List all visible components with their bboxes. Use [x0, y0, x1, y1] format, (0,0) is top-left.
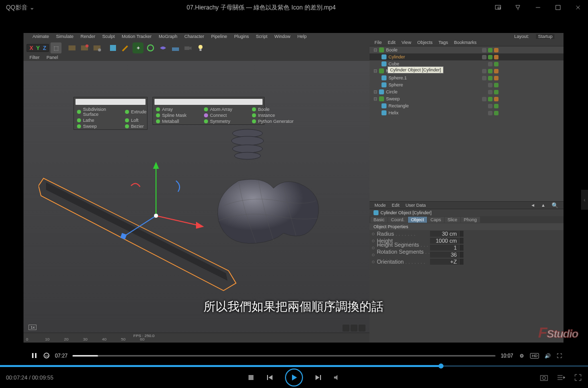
minimize-icon[interactable]: [528, 0, 548, 15]
play-button[interactable]: [285, 369, 303, 387]
close-icon[interactable]: [568, 0, 588, 15]
prev-icon[interactable]: [266, 374, 274, 382]
render-icon[interactable]: [66, 42, 78, 53]
z-axis-icon[interactable]: Z: [42, 45, 48, 51]
generator-item[interactable]: Instance: [249, 112, 297, 118]
om-tab[interactable]: Tags: [438, 40, 448, 45]
attr-value[interactable]: +Z: [430, 259, 459, 265]
stop-icon[interactable]: [247, 374, 255, 382]
popup-handle[interactable]: [154, 99, 262, 105]
spinner[interactable]: [460, 259, 464, 265]
playlist-icon[interactable]: [557, 374, 565, 382]
attr-tab[interactable]: Caps: [428, 217, 444, 223]
generator-item[interactable]: Metaball: [153, 118, 201, 124]
pip-icon[interactable]: [488, 0, 508, 15]
xyz-toggle[interactable]: X Y Z: [26, 44, 49, 52]
mute-icon[interactable]: [333, 374, 341, 382]
hierarchy-item[interactable]: Rectangle: [370, 102, 564, 109]
generator-item[interactable]: Sweep: [74, 123, 122, 129]
hierarchy-item[interactable]: Sphere.1: [370, 74, 564, 81]
tool-icon[interactable]: ⬚: [50, 42, 62, 53]
attr-value[interactable]: 1000 cm: [430, 238, 459, 244]
pause-icon[interactable]: [31, 352, 38, 359]
menu-item[interactable]: Help: [298, 34, 307, 39]
hd-badge[interactable]: HD: [530, 353, 539, 359]
menu-item[interactable]: Animate: [32, 34, 49, 39]
generator-item[interactable]: Atom Array: [201, 106, 249, 112]
generator2-icon[interactable]: [145, 42, 156, 53]
render-settings-icon[interactable]: [92, 42, 102, 53]
hierarchy-item[interactable]: Cylinder: [370, 53, 564, 60]
menu-item[interactable]: Sculpt: [102, 34, 115, 39]
deformer-icon[interactable]: [158, 42, 168, 53]
generator-item[interactable]: Boole: [249, 106, 297, 112]
attr-value[interactable]: 1: [430, 245, 459, 251]
attr-value[interactable]: 36: [430, 252, 459, 258]
om-tab[interactable]: View: [402, 40, 411, 45]
attr-value[interactable]: 30 cm: [430, 231, 459, 237]
next-icon[interactable]: [314, 374, 322, 382]
menu-item[interactable]: Character: [184, 34, 204, 39]
attr-tab[interactable]: Basic: [370, 217, 388, 223]
menu-item[interactable]: Render: [80, 34, 96, 39]
maximize-icon[interactable]: [548, 0, 568, 15]
render-region-icon[interactable]: [79, 42, 90, 53]
settings-icon[interactable]: ⚙: [518, 352, 525, 359]
replay-icon[interactable]: 10: [43, 352, 50, 359]
generator-item[interactable]: Connect: [201, 112, 249, 118]
object-hierarchy[interactable]: ⊟BooleCylinderCube⊟MetaballSphere.1Spher…: [370, 46, 564, 201]
menu-item[interactable]: Simulate: [56, 34, 74, 39]
menu-item[interactable]: MoGraph: [158, 34, 178, 39]
menu-item[interactable]: Plugins: [234, 34, 249, 39]
hierarchy-item[interactable]: Helix: [370, 109, 564, 116]
attr-tab[interactable]: Object: [408, 217, 427, 223]
fullscreen-icon[interactable]: ⛶: [556, 352, 563, 359]
om-tab[interactable]: Edit: [388, 40, 396, 45]
spinner[interactable]: [460, 252, 464, 258]
panel-menu[interactable]: Panel: [46, 55, 58, 61]
generator-item[interactable]: Array: [153, 106, 201, 112]
om-tab[interactable]: Bookmarks: [454, 40, 476, 45]
attr-tab[interactable]: Phong: [461, 217, 480, 223]
menu-item[interactable]: Script: [256, 34, 268, 39]
om-tab[interactable]: Objects: [417, 40, 432, 45]
y-axis-icon[interactable]: Y: [35, 45, 40, 51]
inner-progress[interactable]: [72, 355, 496, 357]
generator-item[interactable]: Spline Mask: [153, 112, 201, 118]
attr-menu[interactable]: Edit: [392, 203, 400, 208]
om-tab[interactable]: File: [374, 40, 382, 45]
playback-speed[interactable]: 1x: [28, 325, 36, 330]
layout-value[interactable]: Startup: [536, 34, 554, 39]
hierarchy-item[interactable]: ⊟Sweep: [370, 95, 564, 102]
generator-icon[interactable]: ✦: [132, 42, 144, 53]
transport-btn[interactable]: [358, 325, 366, 332]
filter-menu[interactable]: Filter: [30, 55, 40, 61]
move-gizmo[interactable]: [116, 161, 216, 251]
environment-icon[interactable]: [170, 42, 181, 53]
timeline-slider[interactable]: 0102030405060: [24, 333, 370, 342]
attr-tab[interactable]: Slice: [444, 217, 460, 223]
attr-menu[interactable]: User Data: [406, 203, 426, 208]
menu-item[interactable]: Window: [274, 34, 290, 39]
volume-icon[interactable]: 🔊: [544, 352, 551, 359]
app-name[interactable]: QQ影音 ⌄: [6, 3, 34, 12]
generator-item[interactable]: Python Generator: [249, 118, 297, 124]
light-icon[interactable]: [195, 42, 206, 53]
camera-icon[interactable]: [182, 42, 194, 53]
transport-btn[interactable]: [350, 325, 358, 332]
generator-item[interactable]: Subdivision Surface: [74, 106, 122, 117]
spinner[interactable]: [460, 238, 464, 244]
spinner[interactable]: [460, 231, 464, 237]
hierarchy-item[interactable]: Sphere: [370, 81, 564, 88]
menu-item[interactable]: Motion Tracker: [122, 34, 152, 39]
x-axis-icon[interactable]: X: [28, 45, 34, 51]
hierarchy-item[interactable]: ⊟Boole: [370, 46, 564, 53]
primitive-cube-icon[interactable]: [108, 42, 118, 53]
spinner[interactable]: [460, 245, 464, 251]
pin-icon[interactable]: [508, 0, 528, 15]
attr-menu[interactable]: Mode: [374, 203, 386, 208]
transport-btn[interactable]: [342, 325, 350, 332]
popup-handle[interactable]: [76, 99, 146, 105]
generator-item[interactable]: Symmetry: [201, 118, 249, 124]
expand-icon[interactable]: [574, 374, 582, 382]
